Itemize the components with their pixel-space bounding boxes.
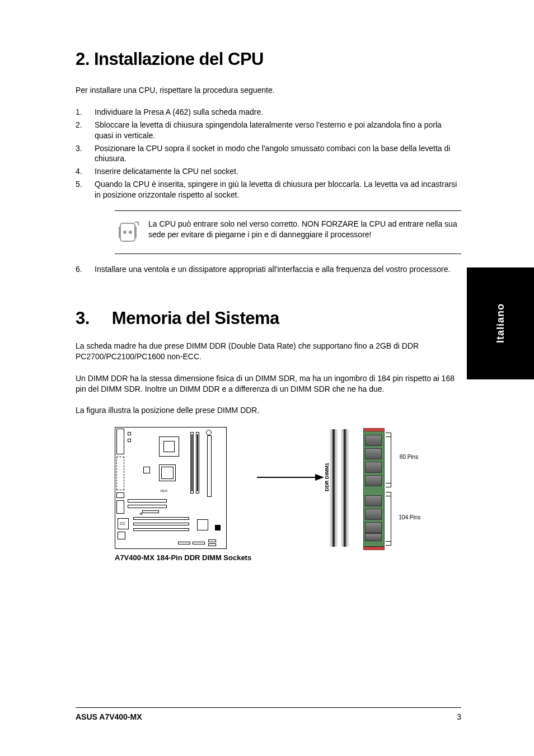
instruction-list-2: 6.Installare una ventola e un dissipator… (76, 264, 461, 275)
dimm-module: 80 Pins 104 Pins (363, 429, 388, 549)
dimm-slot-1 (330, 429, 338, 547)
figure-row: CC (76, 427, 461, 562)
instr-text: Inserire delicatamente la CPU nel socket… (95, 166, 461, 177)
instruction-list: 1.Individuare la Presa A (462) sulla sch… (76, 107, 461, 200)
heading-text: Memoria del Sistema (112, 308, 279, 328)
svg-point-2 (129, 231, 132, 234)
language-tab: Italiano (467, 267, 534, 379)
instr-num: 5. (76, 179, 95, 200)
brace-label-top: 80 Pins (400, 454, 418, 460)
heading-num: 3. (76, 308, 90, 328)
instr-num: 4. (76, 166, 95, 177)
instr-num: 6. (76, 264, 95, 275)
section-2-intro: Per installare una CPU, rispettare la pr… (76, 85, 461, 96)
instr-num: 2. (76, 120, 95, 141)
arrow-icon (251, 427, 330, 483)
instr-text: Quando la CPU è inserita, spingere in gi… (95, 179, 461, 200)
dimm-label-1: DDR DIMM1 (324, 463, 330, 491)
instr-num: 3. (76, 143, 95, 165)
instr-text: Individuare la Presa A (462) sulla sched… (95, 107, 461, 118)
svg-point-1 (123, 231, 127, 234)
svg-rect-0 (120, 223, 135, 241)
dimm-slot-2 (341, 429, 349, 547)
motherboard-diagram: CC (115, 427, 227, 549)
section-3-heading: 3.Memoria del Sistema (76, 308, 461, 328)
figure-caption: A7V400-MX 184-Pin DDR DIMM Sockets (115, 553, 251, 562)
page-footer: ASUS A7V400-MX 3 (76, 707, 461, 721)
language-label: Italiano (495, 303, 507, 343)
section-3-para-3: La figura illustra la posizione delle pr… (76, 405, 461, 416)
section-3-para-2: Un DIMM DDR ha la stessa dimensione fisi… (76, 373, 461, 395)
warning-note: La CPU può entrare solo nel verso corret… (115, 210, 461, 254)
instr-text: Sbloccare la levetta di chiusura spingen… (95, 120, 461, 141)
section-3-para-1: La scheda madre ha due prese DIMM DDR (D… (76, 341, 461, 362)
instr-text: Posizionare la CPU sopra il socket in mo… (95, 143, 461, 165)
svg-marker-6 (315, 474, 324, 481)
instr-text: Installare una ventola e un dissipatore … (95, 264, 461, 275)
footer-product: ASUS A7V400-MX (76, 712, 142, 721)
warning-text: La CPU può entrare solo nel verso corret… (148, 219, 461, 246)
section-2-heading: 2. Installazione del CPU (76, 49, 461, 69)
page-number: 3 (457, 712, 461, 721)
processor-icon (115, 219, 148, 246)
instr-num: 1. (76, 107, 95, 118)
brace-label-bottom: 104 Pins (399, 514, 420, 520)
